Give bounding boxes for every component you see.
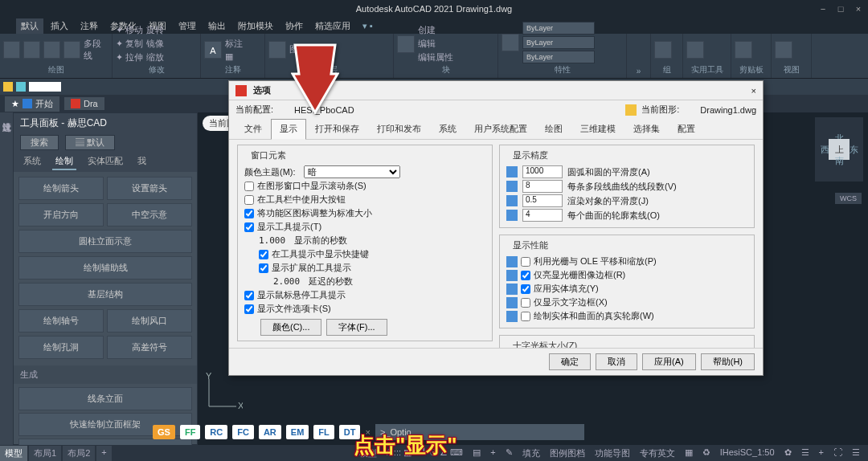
maximize-icon[interactable]: □: [834, 3, 847, 14]
menu-item[interactable]: 输出: [203, 18, 231, 34]
dialog-tab[interactable]: 打开和保存: [306, 119, 368, 139]
dialog-close-icon[interactable]: ×: [751, 86, 756, 96]
block-edit[interactable]: 编辑: [418, 38, 453, 50]
cancel-button[interactable]: 取消: [596, 353, 637, 370]
tool-button[interactable]: 中空示意: [107, 203, 192, 226]
ribbicon-checkbox[interactable]: [244, 209, 254, 218]
drawing-tab[interactable]: Dra: [64, 97, 104, 110]
dimension-label[interactable]: 标注: [225, 38, 243, 50]
menu-item[interactable]: 插入: [46, 18, 73, 34]
colors-button[interactable]: 颜色(C)...: [260, 319, 321, 336]
status-item[interactable]: IHesiSC_1:50: [717, 446, 778, 461]
theme-select[interactable]: 暗: [304, 165, 400, 178]
text-tool-icon[interactable]: A: [204, 41, 222, 59]
raster-checkbox[interactable]: [521, 257, 530, 267]
block-insert-icon[interactable]: [397, 35, 415, 53]
modify-tool[interactable]: 旋转: [146, 24, 164, 36]
close-icon[interactable]: ×: [852, 3, 865, 14]
group-icon[interactable]: [654, 41, 672, 59]
layout-tab[interactable]: 布局2: [63, 446, 95, 461]
layer-properties-icon[interactable]: [268, 41, 286, 59]
cmd-chip[interactable]: FC: [232, 425, 254, 439]
modify-tool[interactable]: 缩放: [146, 51, 164, 63]
palette-tab[interactable]: 绘制: [52, 153, 76, 170]
modify-tool[interactable]: ✦ 拉伸: [116, 51, 143, 63]
status-item[interactable]: ▤: [469, 446, 484, 461]
hover-checkbox[interactable]: [244, 291, 254, 300]
ribbon-group-label[interactable]: »: [630, 66, 647, 76]
silhouette-checkbox[interactable]: [521, 312, 530, 321]
status-item[interactable]: 专有英文: [637, 446, 678, 461]
cmd-chip[interactable]: RC: [205, 425, 227, 439]
status-item[interactable]: ▦: [682, 446, 696, 461]
line-tool-icon[interactable]: [3, 41, 20, 59]
qat-dropdown-icon[interactable]: [29, 82, 61, 92]
bigbtn-checkbox[interactable]: [244, 195, 254, 205]
dialog-tab[interactable]: 文件: [235, 119, 271, 139]
modify-tool[interactable]: ✦ 复制: [116, 38, 143, 50]
lineweight-dropdown[interactable]: ByLayer: [522, 51, 595, 63]
tool-button[interactable]: 设置箭头: [107, 177, 192, 200]
layout-tab[interactable]: 布局1: [29, 446, 61, 461]
tool-button[interactable]: 圆柱立面示意: [18, 230, 192, 253]
dialog-tab[interactable]: 三维建模: [571, 119, 624, 139]
dialog-tab[interactable]: 打印和发布: [368, 119, 430, 139]
viewcube[interactable]: 北 西上东 南: [815, 117, 863, 182]
start-tab[interactable]: ★开始: [5, 96, 59, 112]
dialog-tab[interactable]: 用户系统配置: [465, 119, 536, 139]
tool-button[interactable]: 绘制孔洞: [18, 336, 104, 359]
poly-seg-input[interactable]: 8: [522, 180, 563, 193]
view-icon[interactable]: [775, 41, 792, 59]
block-create[interactable]: 创建: [418, 24, 453, 36]
tool-button[interactable]: 基层结构: [18, 283, 192, 306]
tool-button[interactable]: 绘制轴号: [18, 309, 104, 332]
rasterframe-checkbox[interactable]: [521, 271, 530, 280]
palette-tab[interactable]: 系统: [20, 153, 44, 170]
dialog-tab[interactable]: 绘图: [536, 119, 571, 139]
palette-tab[interactable]: 实体匹配: [84, 153, 126, 170]
status-item[interactable]: ✎: [502, 446, 516, 461]
cmd-chip[interactable]: FL: [313, 425, 334, 439]
wcs-label[interactable]: WCS: [835, 193, 862, 204]
model-tab[interactable]: 模型: [0, 446, 27, 461]
measure-icon[interactable]: [686, 41, 704, 59]
dialog-tab[interactable]: 系统: [430, 119, 465, 139]
menu-item[interactable]: 注释: [76, 18, 103, 34]
ok-button[interactable]: 确定: [549, 353, 591, 370]
table-tool[interactable]: ▦: [225, 51, 243, 62]
dialog-tab-display[interactable]: 显示: [271, 119, 306, 140]
compass-east[interactable]: 东: [850, 144, 858, 156]
textframe-checkbox[interactable]: [521, 298, 530, 308]
scrollbar-checkbox[interactable]: [244, 182, 254, 191]
block-editattr[interactable]: 编辑属性: [418, 51, 453, 63]
arc-smooth-input[interactable]: 1000: [522, 165, 563, 178]
polyline-tool-icon[interactable]: [23, 41, 40, 59]
status-item[interactable]: 功能导图: [592, 446, 633, 461]
apply-button[interactable]: 应用(A): [642, 353, 696, 370]
help-button[interactable]: 帮助(H): [701, 353, 755, 370]
layer-dropdown[interactable]: ByLayer: [522, 22, 595, 35]
modify-tool[interactable]: ✦ 移动: [116, 24, 143, 36]
status-item[interactable]: 图例图档: [547, 446, 588, 461]
paste-icon[interactable]: [735, 41, 752, 59]
menu-item[interactable]: 精选应用: [310, 18, 355, 34]
tool-button[interactable]: 开启方向: [18, 203, 104, 226]
dialog-tab[interactable]: 配置: [669, 119, 704, 139]
cmd-chip[interactable]: EM: [286, 425, 309, 439]
status-item[interactable]: 填充: [519, 446, 543, 461]
exttooltip-checkbox[interactable]: [259, 263, 268, 273]
cmd-chip[interactable]: FF: [180, 425, 200, 439]
dialog-tab[interactable]: 选择集: [624, 119, 669, 139]
status-item[interactable]: ✿: [781, 446, 795, 461]
menu-item[interactable]: 协作: [280, 18, 308, 34]
menu-item[interactable]: 附加模块: [233, 18, 278, 34]
tool-button[interactable]: 绘制风口: [107, 309, 192, 332]
fonts-button[interactable]: 字体(F)...: [326, 319, 387, 336]
status-item[interactable]: ☰: [849, 446, 863, 461]
modify-tool[interactable]: 镜像: [146, 38, 164, 50]
palette-tab[interactable]: 我: [134, 153, 149, 170]
status-item[interactable]: ☰: [798, 446, 813, 461]
status-item[interactable]: ⛶: [830, 446, 845, 461]
color-dropdown[interactable]: ByLayer: [522, 36, 595, 49]
arc-tool-icon[interactable]: [63, 41, 80, 59]
